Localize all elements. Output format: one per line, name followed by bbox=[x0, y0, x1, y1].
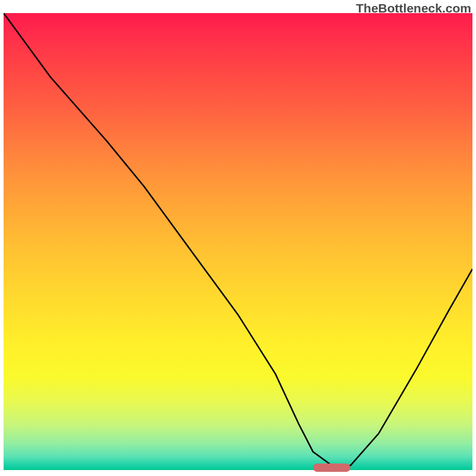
chart-line-layer bbox=[4, 13, 472, 470]
watermark-text: TheBottleneck.com bbox=[356, 1, 471, 15]
chart-curve bbox=[4, 13, 472, 465]
optimal-marker bbox=[313, 464, 350, 472]
